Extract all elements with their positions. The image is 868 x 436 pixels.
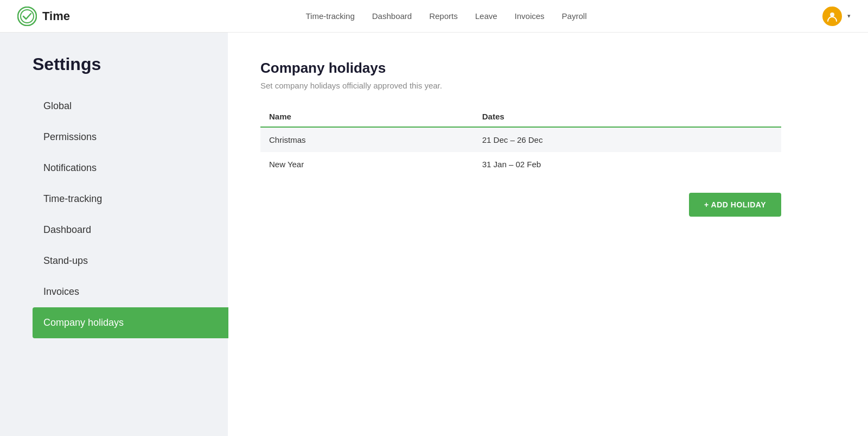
col-header-dates: Dates <box>474 106 781 127</box>
main-nav: Time-tracking Dashboard Reports Leave In… <box>305 11 586 21</box>
holiday-name: New Year <box>260 152 474 176</box>
holiday-name: Christmas <box>260 127 474 152</box>
avatar-chevron-icon: ▾ <box>847 12 851 20</box>
content-area: Company holidays Set company holidays of… <box>228 33 868 436</box>
logo-area: Time <box>17 7 70 26</box>
holiday-dates: 31 Jan – 02 Feb <box>474 152 781 176</box>
sidebar-item-stand-ups[interactable]: Stand-ups <box>33 245 228 276</box>
logo-icon <box>17 7 37 26</box>
settings-sidebar: Settings Global Permissions Notification… <box>0 33 228 436</box>
main-container: Settings Global Permissions Notification… <box>0 33 868 436</box>
sidebar-item-time-tracking[interactable]: Time-tracking <box>33 184 228 214</box>
nav-payroll[interactable]: Payroll <box>562 11 587 21</box>
logo-text: Time <box>42 9 70 23</box>
table-row: Christmas21 Dec – 26 Dec <box>260 127 781 152</box>
header-user-area: ▾ <box>822 7 851 26</box>
section-subtitle: Set company holidays officially approved… <box>260 81 835 90</box>
sidebar-item-permissions[interactable]: Permissions <box>33 122 228 153</box>
col-header-name: Name <box>260 106 474 127</box>
section-title: Company holidays <box>260 60 835 77</box>
sidebar-nav: Global Permissions Notifications Time-tr… <box>33 91 228 338</box>
nav-leave[interactable]: Leave <box>475 11 497 21</box>
nav-invoices[interactable]: Invoices <box>515 11 545 21</box>
sidebar-item-notifications[interactable]: Notifications <box>33 153 228 184</box>
table-row: New Year31 Jan – 02 Feb <box>260 152 781 176</box>
sidebar-item-company-holidays[interactable]: Company holidays <box>33 307 228 338</box>
sidebar-item-global[interactable]: Global <box>33 91 228 122</box>
page-title: Settings <box>33 54 228 74</box>
svg-point-2 <box>830 12 834 17</box>
add-holiday-button[interactable]: + ADD HOLIDAY <box>689 193 781 217</box>
nav-time-tracking[interactable]: Time-tracking <box>305 11 354 21</box>
holidays-table: Name Dates Christmas21 Dec – 26 DecNew Y… <box>260 106 781 176</box>
holiday-dates: 21 Dec – 26 Dec <box>474 127 781 152</box>
nav-reports[interactable]: Reports <box>429 11 458 21</box>
sidebar-item-invoices[interactable]: Invoices <box>33 276 228 307</box>
main-header: Time Time-tracking Dashboard Reports Lea… <box>0 0 868 33</box>
nav-dashboard[interactable]: Dashboard <box>372 11 412 21</box>
add-holiday-wrapper: + ADD HOLIDAY <box>260 176 781 217</box>
sidebar-item-dashboard[interactable]: Dashboard <box>33 214 228 245</box>
user-avatar[interactable] <box>822 7 842 26</box>
